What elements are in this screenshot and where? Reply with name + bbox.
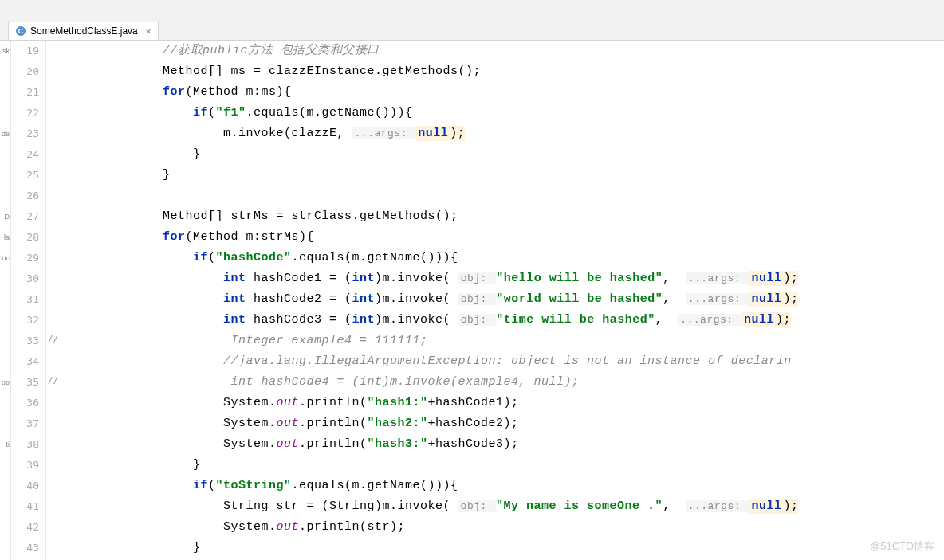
line-number: 22 bbox=[11, 103, 39, 123]
line-number: 24 bbox=[11, 144, 39, 165]
gutter-marker bbox=[0, 413, 10, 434]
gutter-marker: sk bbox=[0, 41, 10, 61]
gutter-marker bbox=[0, 103, 10, 123]
line-number: 39 bbox=[11, 455, 39, 476]
line-number: 29 bbox=[11, 248, 39, 268]
fold-gutter: //// bbox=[46, 41, 65, 560]
code-line[interactable]: Method[] strMs = strClass.getMethods(); bbox=[72, 206, 944, 227]
code-line[interactable]: for(Method m:strMs){ bbox=[72, 227, 944, 248]
line-number: 41 bbox=[11, 496, 39, 517]
gutter-marker: ti bbox=[0, 434, 10, 455]
line-number: 30 bbox=[11, 268, 39, 289]
code-line[interactable]: System.out.println("hash2:"+hashCode2); bbox=[72, 413, 944, 434]
line-number: 21 bbox=[11, 82, 39, 103]
gutter-marker bbox=[0, 496, 10, 517]
line-number: 26 bbox=[11, 186, 39, 206]
line-number: 42 bbox=[11, 517, 39, 538]
gutter-marker bbox=[0, 289, 10, 310]
line-number: 36 bbox=[11, 393, 39, 413]
code-line[interactable]: } bbox=[72, 538, 944, 558]
code-line[interactable]: if("toString".equals(m.getName())){ bbox=[72, 476, 944, 496]
close-icon[interactable]: ✕ bbox=[145, 27, 151, 36]
line-number: 37 bbox=[11, 413, 39, 434]
line-number: 27 bbox=[11, 206, 39, 227]
code-line[interactable]: //获取public方法 包括父类和父接口 bbox=[72, 41, 944, 61]
gutter-marker bbox=[0, 165, 10, 186]
gutter-marker bbox=[0, 517, 10, 538]
gutter-marker: la bbox=[0, 227, 10, 248]
left-marker-column: skdeDlaocopti bbox=[0, 41, 11, 560]
code-line[interactable]: Method[] ms = clazzEInstance.getMethods(… bbox=[72, 61, 944, 82]
line-number-gutter: 1920212223242526272829303132333435363738… bbox=[11, 41, 46, 560]
code-line[interactable]: System.out.println(str); bbox=[72, 517, 944, 538]
code-line[interactable]: int hashCode2 = (int)m.invoke( obj: "wor… bbox=[72, 289, 944, 310]
code-line[interactable]: if("hashCode".equals(m.getName())){ bbox=[72, 248, 944, 268]
file-tab[interactable]: C SomeMethodClassE.java ✕ bbox=[8, 22, 159, 40]
line-number: 33 bbox=[11, 331, 39, 351]
gutter-marker bbox=[0, 186, 10, 206]
fold-comment-marker: // bbox=[48, 375, 58, 386]
gutter-marker bbox=[0, 538, 10, 558]
line-number: 43 bbox=[11, 538, 39, 558]
editor: skdeDlaocopti 19202122232425262728293031… bbox=[0, 41, 944, 560]
line-number: 25 bbox=[11, 165, 39, 186]
code-line[interactable]: Integer example4 = 111111; bbox=[72, 331, 944, 351]
code-line[interactable]: System.out.println("hash1:"+hashCode1); bbox=[72, 393, 944, 413]
gutter-marker bbox=[0, 455, 10, 476]
line-number: 20 bbox=[11, 61, 39, 82]
watermark: @51CTO博客 bbox=[870, 539, 934, 554]
gutter-marker bbox=[0, 351, 10, 372]
gutter-marker bbox=[0, 82, 10, 103]
code-line[interactable]: } bbox=[72, 165, 944, 186]
line-number: 31 bbox=[11, 289, 39, 310]
line-number: 34 bbox=[11, 351, 39, 372]
gutter-marker: de bbox=[0, 123, 10, 144]
java-class-icon: C bbox=[15, 25, 26, 37]
code-line[interactable]: } bbox=[72, 144, 944, 165]
fold-comment-marker: // bbox=[48, 334, 58, 344]
code-line[interactable]: m.invoke(clazzE, ...args: null); bbox=[72, 123, 944, 144]
gutter-marker bbox=[0, 61, 10, 82]
code-line[interactable]: String str = (String)m.invoke( obj: "My … bbox=[72, 496, 944, 517]
code-line[interactable]: System.out.println("hash3:"+hashCode3); bbox=[72, 434, 944, 455]
gutter-marker bbox=[0, 144, 10, 165]
line-number: 28 bbox=[11, 227, 39, 248]
code-line[interactable]: int hashCode3 = (int)m.invoke( obj: "tim… bbox=[72, 310, 944, 331]
gutter-marker bbox=[0, 310, 10, 331]
line-number: 19 bbox=[11, 41, 39, 61]
tab-filename: SomeMethodClassE.java bbox=[30, 25, 138, 37]
gutter-marker bbox=[0, 268, 10, 289]
code-line[interactable] bbox=[72, 186, 944, 206]
gutter-marker: D bbox=[0, 206, 10, 227]
code-line[interactable]: if("f1".equals(m.getName())){ bbox=[72, 103, 944, 123]
gutter-marker bbox=[0, 476, 10, 496]
line-number: 38 bbox=[11, 434, 39, 455]
line-number: 35 bbox=[11, 372, 39, 393]
line-number: 23 bbox=[11, 123, 39, 144]
gutter-marker bbox=[0, 393, 10, 413]
gutter-marker bbox=[0, 331, 10, 351]
line-number: 40 bbox=[11, 476, 39, 496]
line-number: 32 bbox=[11, 310, 39, 331]
code-line[interactable]: int hashCode1 = (int)m.invoke( obj: "hel… bbox=[72, 268, 944, 289]
code-line[interactable]: for(Method m:ms){ bbox=[72, 82, 944, 103]
code-editor[interactable]: //获取public方法 包括父类和父接口 Method[] ms = claz… bbox=[65, 41, 944, 560]
code-line[interactable]: } bbox=[72, 455, 944, 476]
svg-text:C: C bbox=[18, 27, 24, 35]
gutter-marker: op bbox=[0, 372, 10, 393]
code-line[interactable]: int hashCode4 = (int)m.invoke(example4, … bbox=[72, 372, 944, 393]
top-toolbar bbox=[0, 0, 944, 18]
code-line[interactable]: //java.lang.IllegalArgumentException: ob… bbox=[72, 351, 944, 372]
tab-bar: C SomeMethodClassE.java ✕ bbox=[0, 18, 944, 41]
gutter-marker: oc bbox=[0, 248, 10, 268]
